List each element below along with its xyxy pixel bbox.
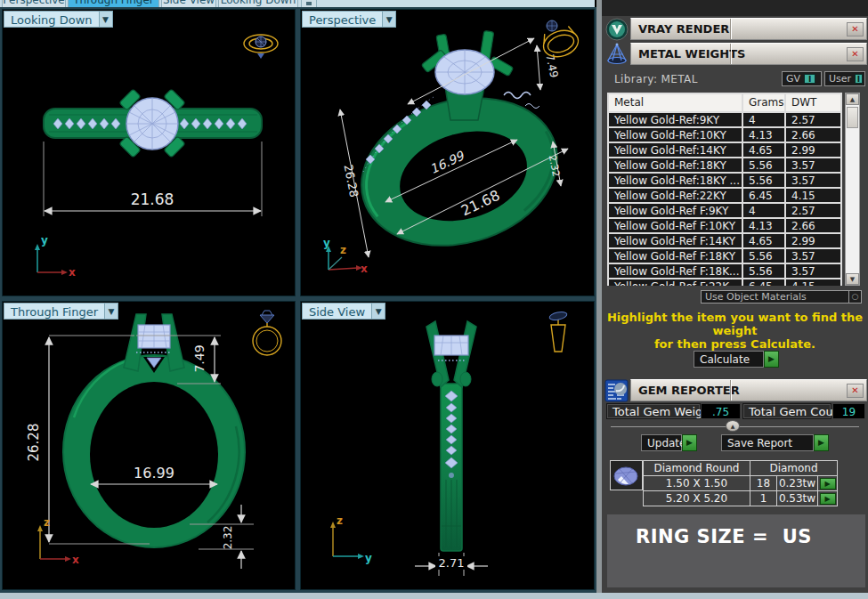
col-header-dwt[interactable]: DWT xyxy=(786,94,840,111)
play-icon[interactable]: ▶ xyxy=(820,478,836,490)
tab-new-viewport[interactable] xyxy=(301,0,317,7)
viewport-side-view[interactable]: 2.71 z y Side View ▼ xyxy=(300,301,595,590)
ring-model-side-view: 2.71 z y xyxy=(301,302,596,591)
tab-side-view[interactable]: Side View xyxy=(161,0,216,7)
viewport-looking-down[interactable]: 21.68 y x Looking Down ▼ xyxy=(2,9,296,296)
grams-cell: 4 xyxy=(743,113,786,126)
viewport-label-through-finger[interactable]: Through Finger ▼ xyxy=(4,303,118,320)
close-icon[interactable]: ✕ xyxy=(847,384,864,398)
gem-col-header: Diamond Round xyxy=(644,461,750,476)
dimension-label: 2.32 xyxy=(222,526,234,550)
ring-model-top-view: 21.68 y x xyxy=(3,10,296,297)
col-header-grams[interactable]: Grams xyxy=(743,94,786,111)
metal-table-row[interactable]: Yellow Gold-Ref F:18K... 5.56 3.57 xyxy=(609,263,840,278)
viewport-perspective[interactable]: 7.49 16.99 21.68 26.28 2.32 y z x xyxy=(300,9,595,296)
play-icon[interactable]: ▶ xyxy=(820,493,836,505)
gv-library-button[interactable]: GV I xyxy=(782,71,822,86)
viewport-label-side-view[interactable]: Side View ▼ xyxy=(302,303,385,320)
metal-name-cell: Yellow Gold-Ref:9KY xyxy=(609,113,743,126)
grams-cell: 5.56 xyxy=(743,249,786,263)
metal-table-row[interactable]: Yellow Gold-Ref F:22K... 6.45 4.15 xyxy=(609,278,840,286)
metal-table-row[interactable]: Yellow Gold-Ref:14KY 4.65 2.99 xyxy=(609,142,840,157)
metal-table-scrollbar[interactable]: ▲ ▼ xyxy=(845,93,860,286)
tab-through-finger[interactable]: Through Finger xyxy=(68,0,159,7)
grams-cell: 5.56 xyxy=(743,174,786,187)
viewport-through-finger[interactable]: 26.28 7.49 16.99 2.32 z xyxy=(2,301,296,590)
gem-reporter-header[interactable]: GEM REPORTER ✕ xyxy=(603,377,867,403)
metal-name-cell: Yellow Gold-Ref F:18KY xyxy=(609,249,743,263)
panel-title: VRAY RENDER xyxy=(631,19,731,39)
dwt-cell: 2.99 xyxy=(786,143,840,157)
ring-model-perspective-view: 7.49 16.99 21.68 26.28 2.32 y z x xyxy=(301,10,596,297)
gem-col-header: Diamond xyxy=(750,461,838,476)
metal-table-row[interactable]: Yellow Gold-Ref:18KY 5.56 3.57 xyxy=(609,157,840,172)
dwt-cell: 2.66 xyxy=(786,128,840,142)
gem-count-cell: 1 xyxy=(750,491,777,506)
bottom-strip xyxy=(0,593,868,599)
metal-name-cell: Yellow Gold-Ref:10KY xyxy=(609,128,743,142)
scroll-down-icon[interactable]: ▼ xyxy=(846,273,859,285)
axis-x-label: x xyxy=(69,266,76,279)
metal-table-row[interactable]: Yellow Gold-Ref:10KY 4.13 2.66 xyxy=(609,126,840,142)
play-icon[interactable]: ▶ xyxy=(814,434,829,451)
grams-cell: 4.13 xyxy=(743,128,786,142)
grams-cell: 4 xyxy=(743,204,786,217)
axis-z-label: z xyxy=(44,516,50,529)
side-panel: VRAY RENDER ✕ METAL WEIGHTS ✕ Library: M… xyxy=(602,0,868,599)
scale-icon xyxy=(603,41,630,67)
gem-row-action: ▶ xyxy=(818,476,838,491)
dwt-cell: 4.15 xyxy=(786,189,840,202)
metal-table-row[interactable]: Yellow Gold-Ref F:18KY 5.56 3.57 xyxy=(609,247,840,263)
close-icon[interactable]: ✕ xyxy=(847,22,864,36)
chevron-down-icon[interactable]: ▼ xyxy=(99,12,112,27)
metal-name-cell: Yellow Gold-Ref F:22K... xyxy=(609,279,743,286)
collapse-up-icon[interactable]: ▲ xyxy=(726,420,740,432)
dwt-cell: 4.15 xyxy=(786,279,840,286)
dimension-label: 26.28 xyxy=(26,424,42,462)
save-report-button[interactable]: Save Report ▶ xyxy=(721,434,829,451)
total-gem-weight-value: .75 xyxy=(701,403,741,419)
grams-cell: 5.56 xyxy=(743,158,786,172)
axis-x-label: x xyxy=(361,263,368,275)
metal-table-row[interactable]: Yellow Gold-Ref:9KY 4 2.57 xyxy=(609,111,840,126)
calculate-button[interactable]: Calculate ▶ xyxy=(694,351,779,368)
vray-render-header[interactable]: VRAY RENDER ✕ xyxy=(603,16,867,42)
calculate-hint: Highlight the item you want to find the … xyxy=(602,311,868,351)
scrollbar-thumb[interactable] xyxy=(847,107,858,128)
gem-size-cell[interactable]: 5.20 X 5.20 xyxy=(644,491,750,506)
chevron-down-icon[interactable]: ▼ xyxy=(371,304,385,319)
play-icon[interactable]: ▶ xyxy=(682,434,697,451)
metal-weights-header[interactable]: METAL WEIGHTS ✕ xyxy=(603,41,867,67)
chevron-down-icon[interactable]: ▼ xyxy=(104,304,118,319)
axis-y-label: y xyxy=(323,237,330,249)
metal-table-row[interactable]: Yellow Gold-Ref F:10KY 4.13 2.66 xyxy=(609,217,840,232)
tab-looking-down[interactable]: Looking Down xyxy=(218,0,298,7)
metal-table-row[interactable]: Yellow Gold-Ref F:9KY 4 2.57 xyxy=(609,202,840,217)
col-header-metal[interactable]: Metal xyxy=(609,94,743,111)
viewport-label-looking-down[interactable]: Looking Down ▼ xyxy=(4,11,113,28)
metal-name-cell: Yellow Gold-Ref F:14KY xyxy=(609,234,743,247)
scroll-up-icon[interactable]: ▲ xyxy=(846,93,859,105)
gem-size-cell[interactable]: 1.50 X 1.50 xyxy=(644,476,750,491)
metal-table-row[interactable]: Yellow Gold-Ref:18KY ... 5.56 3.57 xyxy=(609,172,840,187)
metal-table-row[interactable]: Yellow Gold-Ref:22KY 6.45 4.15 xyxy=(609,187,840,202)
metal-table-row[interactable]: Yellow Gold-Ref F:14KY 4.65 2.99 xyxy=(609,232,840,247)
panel-top-strip xyxy=(602,0,868,16)
user-library-button[interactable]: User I xyxy=(824,71,865,86)
metal-table-body: Yellow Gold-Ref:9KY 4 2.57 Yellow Gold-R… xyxy=(609,111,840,286)
metal-name-cell: Yellow Gold-Ref:22KY xyxy=(609,189,743,202)
use-object-materials-dropdown[interactable]: Use Object Materials ○ xyxy=(701,290,862,304)
tab-perspective[interactable]: Perspective xyxy=(2,0,66,7)
metal-name-cell: Yellow Gold-Ref F:18K... xyxy=(609,264,743,278)
grams-cell: 6.45 xyxy=(743,189,786,202)
chevron-down-icon[interactable]: ▼ xyxy=(382,12,395,27)
ring-size-text: RING SIZE = US xyxy=(636,526,865,547)
dimension-label: 2.71 xyxy=(439,556,465,570)
play-icon[interactable]: ▶ xyxy=(764,351,779,368)
close-icon[interactable]: ✕ xyxy=(847,47,864,61)
metal-name-cell: Yellow Gold-Ref F:9KY xyxy=(609,204,743,217)
update-button[interactable]: Update ▶ xyxy=(641,434,697,451)
viewport-label-perspective[interactable]: Perspective ▼ xyxy=(302,11,396,28)
app-window: Perspective Through Finger Side View Loo… xyxy=(0,0,868,599)
gem-weight-cell: 0.23tw xyxy=(777,476,818,491)
